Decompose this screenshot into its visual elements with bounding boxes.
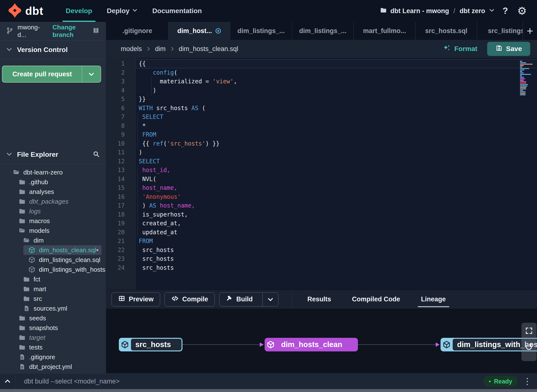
code-line-5[interactable]: 5}} [106,95,537,104]
create-pull-request-caret[interactable] [82,66,101,82]
file-tree-item-src[interactable]: src [0,294,106,304]
code-editor[interactable]: 1{{2 config(3 materialized = 'view',4 )5… [106,58,537,290]
change-branch-link[interactable]: Change branch [52,24,92,39]
file-tree-item-analyses[interactable]: analyses [0,187,106,197]
code-line-12[interactable]: 12SELECT [106,157,537,166]
panel-tab-compiled-code[interactable]: Compiled Code [352,290,400,309]
code-line-4[interactable]: 4 ) [106,86,537,95]
lineage-node-src-hosts[interactable]: src_hosts [119,338,182,351]
file-tree-item-macros[interactable]: macros [0,216,106,226]
code-line-20[interactable]: 20 updated_at [106,228,537,237]
project-selector[interactable]: dbt Learn - mwong / dbt zero [380,7,495,16]
file-tree-item--gitignore[interactable]: .gitignore [0,352,106,362]
help-button[interactable]: ? [501,7,510,15]
file-tree-item-dim-listings-clean-sql[interactable]: dim_listings_clean.sql [0,255,106,265]
code-line-22[interactable]: 22 src_hosts [106,246,537,255]
kebab-menu-icon[interactable]: ⋮ [523,377,532,386]
code-line-content: host_id, [135,166,537,175]
file-tree-item-logs[interactable]: logs [0,206,106,216]
docs-book-icon[interactable] [92,26,100,36]
code-line-13[interactable]: 13 host_id, [106,166,537,175]
file-tree-item-dim-listings-with-hosts-[interactable]: dim_listings_with_hosts... [0,265,106,274]
file-tree-item--github[interactable]: .github [0,177,106,187]
lineage-panel[interactable]: src_hostsdim_hosts_cleandim_listings_wit… [106,309,537,374]
build-options-caret[interactable] [262,293,278,306]
code-line-11[interactable]: 11) [106,148,537,157]
file-explorer-header[interactable]: File Explorer [0,145,106,164]
code-line-9[interactable]: 9 FROM [106,130,537,139]
editor-tab-dim-listings-[interactable]: dim_listings_... [230,22,292,40]
code-line-1[interactable]: 1{{ [106,59,537,68]
code-line-14[interactable]: 14 NVL( [106,175,537,184]
code-line-7[interactable]: 7 SELECT [106,113,537,122]
code-line-content: src_hosts [135,246,537,255]
breadcrumb-item[interactable]: dim_hosts_clean.sql [179,45,238,53]
code-line-2[interactable]: 2 config( [106,68,537,77]
compile-button[interactable]: Compile [165,292,215,306]
file-tree-item-dbt-packages[interactable]: dbt_packages [0,197,106,206]
code-line-15[interactable]: 15 host_name, [106,183,537,192]
create-pull-request-button[interactable]: Create pull request [2,66,101,83]
code-line-16[interactable]: 16 'Anonymous' [106,192,537,201]
file-tree-item-dbt-learn-zero[interactable]: dbt-learn-zero [0,167,106,177]
code-line-24[interactable]: 24 src_hosts [106,263,537,272]
editor-tab-dim-host-[interactable]: dim_host... [169,22,230,40]
command-input[interactable]: dbt build --select <model_name> [24,378,120,385]
file-tree-item-dim[interactable]: dim [0,235,106,245]
file-tree-item-snapshots[interactable]: snapshots [0,323,106,333]
file-tree-item-models[interactable]: models [0,226,106,235]
code-line-17[interactable]: 17 ) AS host_name, [106,201,537,210]
file-tree-item-target[interactable]: target [0,333,106,342]
command-bar-expand-button[interactable] [0,374,15,389]
code-line-21[interactable]: 21FROM [106,237,537,246]
nav-item-develop[interactable]: Develop [59,0,100,22]
code-line-10[interactable]: 10 {{ ref('src_hosts') }} [106,139,537,148]
file-tree-item-seeds[interactable]: seeds [0,313,106,323]
file-tree-item-dbt-project-yml[interactable]: dbt_project.yml [0,362,106,372]
command-bar: dbt build --select <model_name> ● Ready … [0,373,537,389]
code-line-18[interactable]: 18 is_superhost, [106,210,537,219]
save-button[interactable]: Save [487,42,530,56]
panel-tab-lineage[interactable]: Lineage [421,290,446,309]
format-button[interactable]: Format [443,44,487,54]
dbt-logo[interactable]: dbt [0,3,43,19]
horizontal-scrollbar[interactable] [0,389,537,392]
fullscreen-icon[interactable] [525,327,533,336]
editor-minimap[interactable] [520,61,534,95]
code-line-19[interactable]: 19 created_at, [106,219,537,228]
nav-item-deploy[interactable]: Deploy [99,0,145,22]
version-control-header[interactable]: Version Control [0,41,106,59]
editor-tab--gitignore[interactable]: .gitignore [106,22,169,40]
create-pull-request-label[interactable]: Create pull request [2,66,82,82]
breadcrumb-item[interactable]: models [121,45,142,53]
file-tree-item-sources-yml[interactable]: sources.yml [0,304,106,313]
editor-tab-dim-listings-[interactable]: dim_listings_... [292,22,354,40]
code-line-6[interactable]: 6WITH src_hosts AS ( [106,104,537,113]
file-tree-item-tests[interactable]: tests [0,342,106,352]
build-button-main[interactable]: Build [219,293,259,306]
settings-gear-button[interactable]: ⚙ [516,6,528,16]
preview-button[interactable]: Preview [112,292,160,306]
model-cube-icon [28,256,35,263]
minimap-line [520,64,533,65]
editor-tab-src-hosts-sql[interactable]: src_hosts.sql [416,22,477,40]
code-line-23[interactable]: 23 src_hosts [106,254,537,263]
build-button[interactable]: Build [219,292,279,306]
file-tree-item-dim-hosts-clean-sql[interactable]: dim_hosts_clean.sql• [23,245,102,255]
code-line-3[interactable]: 3 materialized = 'view', [106,77,537,86]
code-line-8[interactable]: 8 * [106,122,537,131]
undo-icon[interactable]: ↺ [525,342,533,352]
file-tree-item-label: tests [29,344,43,351]
chevron-down-icon [132,7,138,15]
project-name: dbt Learn - mwong [390,7,449,15]
lineage-node-dim-hosts-clean[interactable]: dim_hosts_clean [265,338,358,351]
search-icon[interactable] [92,150,100,159]
nav-item-documentation[interactable]: Documentation [145,0,209,22]
file-tree-item-mart[interactable]: mart [0,284,106,294]
breadcrumb-item[interactable]: dim [155,45,166,53]
editor-tab-mart-fullmo-[interactable]: mart_fullmo... [354,22,416,40]
file-tree-item-fct[interactable]: fct [0,274,106,284]
editor-tab-src-listings-[interactable]: src_listings. [477,22,523,40]
new-tab-button[interactable]: + [523,22,537,40]
panel-tab-results[interactable]: Results [307,290,331,309]
